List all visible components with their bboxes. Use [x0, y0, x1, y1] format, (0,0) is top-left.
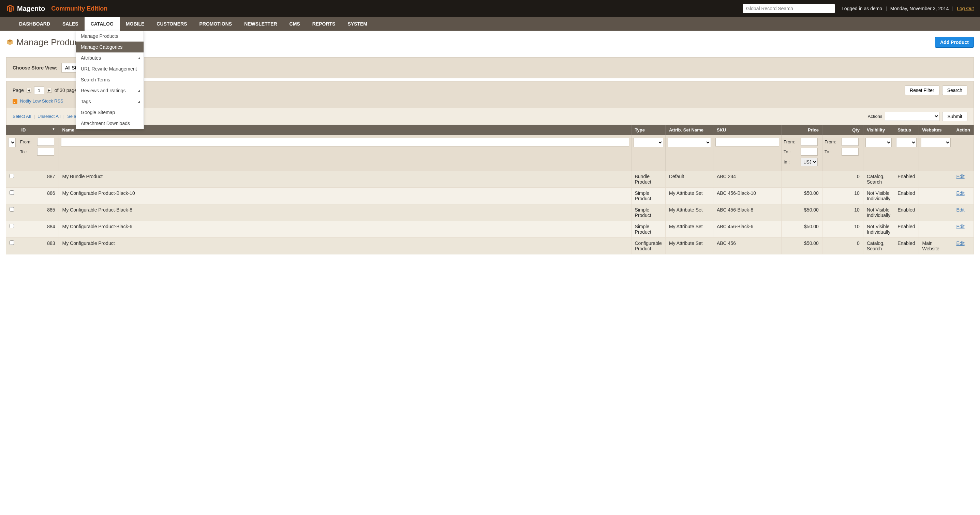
nav-item-newsletter[interactable]: NEWSLETTER	[238, 17, 283, 31]
filter-type[interactable]	[633, 138, 663, 147]
col-attrib[interactable]: Attrib. Set Name	[665, 125, 713, 135]
menu-item-google-sitemap[interactable]: Google Sitemap	[76, 107, 143, 118]
col-price[interactable]: Price	[781, 125, 822, 135]
col-qty[interactable]: Qty	[822, 125, 863, 135]
col-id[interactable]: ID▼	[18, 125, 59, 135]
sort-desc-icon: ▼	[52, 127, 55, 131]
table-row[interactable]: 884My Configurable Product-Black-6Simple…	[6, 221, 974, 238]
actions-label: Actions	[868, 114, 883, 119]
menu-item-url-rewrite-management[interactable]: URL Rewrite Management	[76, 63, 143, 74]
menu-item-search-terms[interactable]: Search Terms	[76, 74, 143, 85]
edit-link[interactable]: Edit	[956, 224, 965, 229]
search-button[interactable]: Search	[942, 86, 967, 95]
filter-any-select[interactable]: Any	[8, 138, 16, 147]
table-row[interactable]: 887My Bundle ProductBundle ProductDefaul…	[6, 171, 974, 188]
nav-item-sales[interactable]: SALES	[56, 17, 84, 31]
sep: |	[952, 6, 954, 11]
rss-link[interactable]: Notify Low Stock RSS	[20, 98, 64, 103]
col-name[interactable]: Name	[59, 125, 631, 135]
page-input[interactable]	[34, 87, 45, 94]
nav-item-system[interactable]: SYSTEM	[341, 17, 373, 31]
page-head: Manage Products Add Product	[6, 37, 974, 48]
filter-sku[interactable]	[715, 138, 779, 146]
row-checkbox[interactable]	[10, 174, 14, 178]
reset-filter-button[interactable]: Reset Filter	[905, 86, 939, 95]
col-websites[interactable]: Websites	[919, 125, 953, 135]
menu-item-attachment-downloads[interactable]: Attachment Downloads	[76, 118, 143, 129]
table-row[interactable]: 885My Configurable Product-Black-8Simple…	[6, 204, 974, 221]
filter-currency[interactable]: USD	[801, 158, 818, 166]
nav-item-dashboard[interactable]: DASHBOARD	[13, 17, 56, 31]
cell-websites	[919, 187, 953, 204]
cell-status: Enabled	[894, 187, 919, 204]
menu-item-manage-categories[interactable]: Manage Categories	[76, 41, 143, 52]
edit-link[interactable]: Edit	[956, 207, 965, 212]
logo-text: Magento	[17, 5, 45, 13]
col-status[interactable]: Status	[894, 125, 919, 135]
cell-name: My Configurable Product-Black-6	[59, 221, 631, 238]
edit-link[interactable]: Edit	[956, 174, 965, 179]
row-checkbox[interactable]	[10, 224, 14, 228]
select-all-link[interactable]: Select All	[13, 114, 31, 119]
filter-qty-to[interactable]	[842, 148, 859, 156]
page-label: Page	[13, 87, 24, 93]
nav-item-promotions[interactable]: PROMOTIONS	[193, 17, 238, 31]
row-checkbox[interactable]	[10, 207, 14, 212]
product-icon	[6, 38, 14, 46]
filter-name[interactable]	[61, 138, 629, 146]
row-checkbox[interactable]	[10, 190, 14, 195]
col-visibility[interactable]: Visibility	[863, 125, 894, 135]
row-checkbox[interactable]	[10, 241, 14, 245]
menu-item-reviews-and-ratings[interactable]: Reviews and Ratings◢	[76, 85, 143, 96]
menu-item-attributes[interactable]: Attributes◢	[76, 52, 143, 63]
logo: Magento Community Edition	[6, 5, 107, 13]
filter-price-to[interactable]	[801, 148, 818, 156]
filter-row: Any From: To : From: To : In :USD From: …	[6, 135, 974, 171]
menu-item-manage-products[interactable]: Manage Products	[76, 31, 143, 41]
select-visible-link[interactable]: Sele	[67, 114, 76, 119]
nav-item-mobile[interactable]: MOBILE	[120, 17, 150, 31]
cell-type: Simple Product	[631, 221, 665, 238]
add-product-button[interactable]: Add Product	[935, 37, 974, 48]
nav-item-catalog[interactable]: CATALOG	[84, 17, 120, 31]
nav-item-customers[interactable]: CUSTOMERS	[150, 17, 193, 31]
cell-status: Enabled	[894, 204, 919, 221]
cell-status: Enabled	[894, 221, 919, 238]
cell-qty: 0	[822, 238, 863, 254]
cell-websites	[919, 221, 953, 238]
col-sku[interactable]: SKU	[713, 125, 781, 135]
nav-item-cms[interactable]: CMS	[283, 17, 306, 31]
table-row[interactable]: 883My Configurable ProductConfigurable P…	[6, 238, 974, 254]
cell-id: 885	[18, 204, 59, 221]
cell-sku: ABC 456-Black-8	[713, 204, 781, 221]
menu-item-tags[interactable]: Tags◢	[76, 96, 143, 107]
filter-attrib[interactable]	[668, 138, 711, 147]
cell-name: My Configurable Product-Black-10	[59, 187, 631, 204]
page-next-button[interactable]: ▶	[47, 88, 52, 93]
unselect-all-link[interactable]: Unselect All	[38, 114, 61, 119]
filter-visibility[interactable]	[865, 138, 892, 147]
table-row[interactable]: 886My Configurable Product-Black-10Simpl…	[6, 187, 974, 204]
global-search[interactable]	[743, 4, 835, 13]
page-prev-button[interactable]: ◀	[27, 88, 31, 93]
cell-status: Enabled	[894, 171, 919, 188]
nav-item-reports[interactable]: REPORTS	[306, 17, 342, 31]
col-type[interactable]: Type	[631, 125, 665, 135]
global-search-input[interactable]	[746, 6, 831, 11]
main-nav: DASHBOARDSALESCATALOGMOBILECUSTOMERSPROM…	[0, 17, 980, 31]
actions-select[interactable]	[885, 112, 939, 121]
filter-websites[interactable]	[921, 138, 951, 147]
cell-id: 886	[18, 187, 59, 204]
edit-link[interactable]: Edit	[956, 241, 965, 246]
filter-price-from[interactable]	[801, 138, 818, 146]
submit-button[interactable]: Submit	[942, 112, 967, 121]
cell-attrib: My Attribute Set	[665, 238, 713, 254]
catalog-dropdown: Manage ProductsManage CategoriesAttribut…	[76, 31, 144, 129]
cell-price: $50.00	[781, 187, 822, 204]
filter-status[interactable]	[896, 138, 916, 147]
logout-link[interactable]: Log Out	[957, 6, 974, 11]
edit-link[interactable]: Edit	[956, 190, 965, 196]
filter-qty-from[interactable]	[842, 138, 859, 146]
filter-id-from[interactable]	[37, 138, 54, 146]
filter-id-to[interactable]	[37, 148, 54, 156]
